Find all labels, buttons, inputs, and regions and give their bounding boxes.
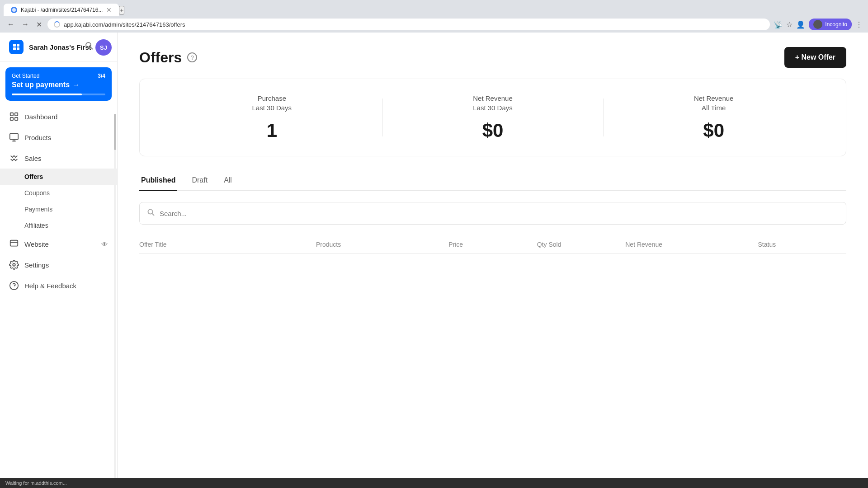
- new-offer-button[interactable]: + New Offer: [784, 47, 846, 68]
- sidebar-subitem-coupons[interactable]: Coupons: [0, 185, 117, 201]
- incognito-label: Incognito: [825, 21, 847, 28]
- page-title: Offers: [139, 49, 182, 66]
- stat-label-net-revenue-30: Net Revenue Last 30 Days: [382, 94, 604, 113]
- get-started-banner[interactable]: Get Started 3/4 Set up payments →: [5, 67, 112, 101]
- reload-button[interactable]: ✕: [34, 19, 44, 31]
- settings-icon: [9, 260, 19, 270]
- main-content: Offers ? + New Offer Purchase Last 30 Da…: [118, 33, 868, 478]
- incognito-avatar: [813, 20, 822, 29]
- sales-icon: [9, 153, 19, 163]
- svg-point-0: [12, 8, 16, 12]
- sidebar: Sarah Jonas's First SJ Get Started 3/4: [0, 33, 118, 478]
- page-header: Offers ? + New Offer: [118, 33, 868, 79]
- stat-value-net-revenue-30: $0: [382, 120, 604, 141]
- help-icon: [9, 281, 19, 291]
- address-text: app.kajabi.com/admin/sites/2147647163/of…: [64, 21, 185, 28]
- site-name: Sarah Jonas's First: [29, 43, 91, 51]
- sidebar-item-dashboard[interactable]: Dashboard: [0, 106, 117, 127]
- browser-chrome: Kajabi - /admin/sites/214764716... ✕ + ←…: [0, 0, 868, 33]
- svg-point-5: [86, 42, 91, 47]
- svg-point-13: [13, 263, 15, 266]
- help-icon-button[interactable]: ?: [187, 52, 197, 62]
- svg-rect-12: [10, 240, 18, 246]
- tab-favicon: [11, 7, 17, 13]
- eye-icon: 👁: [101, 240, 108, 248]
- stat-net-revenue-alltime: Net Revenue All Time $0: [603, 94, 824, 141]
- forward-button[interactable]: →: [20, 19, 31, 30]
- sidebar-subitem-affiliates[interactable]: Affiliates: [0, 217, 117, 234]
- search-button[interactable]: [85, 41, 94, 52]
- profile-icon[interactable]: 👤: [796, 20, 805, 29]
- svg-rect-4: [17, 47, 19, 50]
- sidebar-item-label: Help & Feedback: [24, 282, 76, 290]
- scrollbar-thumb[interactable]: [114, 114, 116, 150]
- incognito-button[interactable]: Incognito: [809, 19, 852, 30]
- sidebar-item-label: Sales: [24, 155, 42, 162]
- browser-tabs: Kajabi - /admin/sites/214764716... ✕ +: [0, 0, 868, 16]
- tab-all[interactable]: All: [222, 171, 234, 191]
- page-title-area: Offers ?: [139, 49, 197, 66]
- svg-rect-11: [10, 134, 18, 140]
- svg-rect-7: [10, 113, 13, 116]
- svg-point-15: [148, 209, 153, 214]
- sidebar-item-website[interactable]: Website 👁: [0, 234, 117, 254]
- back-button[interactable]: ←: [5, 19, 16, 30]
- stat-purchase-30days: Purchase Last 30 Days 1: [161, 94, 382, 141]
- loading-spinner: [54, 21, 60, 28]
- table-header: Offer Title Products Price Qty Sold Net …: [139, 235, 846, 254]
- col-header-status: Status: [758, 241, 847, 248]
- status-text: Waiting for m.addthis.com...: [5, 480, 67, 486]
- stat-value-net-revenue-all: $0: [603, 120, 824, 141]
- svg-rect-2: [17, 44, 19, 47]
- active-tab[interactable]: Kajabi - /admin/sites/214764716... ✕: [4, 4, 119, 16]
- stat-label-net-revenue-all: Net Revenue All Time: [603, 94, 824, 113]
- svg-line-6: [90, 47, 93, 49]
- sidebar-item-label: Website: [24, 240, 49, 248]
- sidebar-item-help[interactable]: Help & Feedback: [0, 275, 117, 296]
- sidebar-item-label: Settings: [24, 261, 49, 269]
- dashboard-icon: [9, 112, 19, 122]
- svg-rect-8: [15, 113, 18, 116]
- sidebar-item-sales[interactable]: Sales: [0, 148, 117, 169]
- sidebar-scroll: Sarah Jonas's First SJ Get Started 3/4: [0, 33, 117, 478]
- svg-line-16: [152, 213, 155, 216]
- svg-rect-9: [10, 117, 13, 120]
- col-header-net-revenue: Net Revenue: [625, 241, 758, 248]
- search-box: [139, 202, 846, 225]
- close-tab-button[interactable]: ✕: [106, 6, 112, 14]
- svg-rect-1: [13, 44, 16, 47]
- get-started-count: 3/4: [98, 73, 105, 79]
- stat-label-purchase: Purchase Last 30 Days: [161, 94, 382, 113]
- scrollbar-track: [114, 114, 116, 478]
- col-header-price: Price: [448, 241, 537, 248]
- kajabi-logo[interactable]: [9, 40, 24, 54]
- tab-draft[interactable]: Draft: [190, 171, 209, 191]
- website-icon: [9, 239, 19, 249]
- progress-bar: [12, 94, 105, 95]
- sidebar-item-label: Dashboard: [24, 113, 57, 121]
- sidebar-item-settings[interactable]: Settings: [0, 254, 117, 275]
- tab-published[interactable]: Published: [139, 171, 177, 191]
- tab-title: Kajabi - /admin/sites/214764716...: [21, 7, 103, 13]
- progress-fill: [12, 94, 82, 95]
- col-header-offer-title: Offer Title: [139, 241, 316, 248]
- address-bar[interactable]: app.kajabi.com/admin/sites/2147647163/of…: [47, 19, 770, 30]
- tabs-section: Published Draft All: [118, 156, 868, 191]
- sidebar-subitem-payments[interactable]: Payments: [0, 201, 117, 217]
- stats-card: Purchase Last 30 Days 1 Net Revenue Last…: [139, 79, 846, 156]
- status-bar: Waiting for m.addthis.com...: [0, 478, 868, 488]
- user-avatar[interactable]: SJ: [95, 39, 112, 56]
- search-input[interactable]: [160, 210, 839, 217]
- sidebar-subitem-offers[interactable]: Offers: [0, 169, 117, 185]
- bookmark-icon[interactable]: ☆: [786, 20, 793, 29]
- menu-icon[interactable]: ⋮: [855, 20, 863, 29]
- products-icon: [9, 132, 19, 142]
- new-tab-button[interactable]: +: [119, 6, 124, 14]
- stat-value-purchase: 1: [161, 120, 382, 141]
- svg-rect-10: [15, 117, 18, 120]
- cast-icon[interactable]: 📡: [774, 20, 783, 29]
- get-started-label: Get Started: [12, 73, 39, 79]
- search-icon: [147, 208, 155, 219]
- toolbar-right: 📡 ☆ 👤 Incognito ⋮: [774, 19, 863, 30]
- sidebar-item-products[interactable]: Products: [0, 127, 117, 148]
